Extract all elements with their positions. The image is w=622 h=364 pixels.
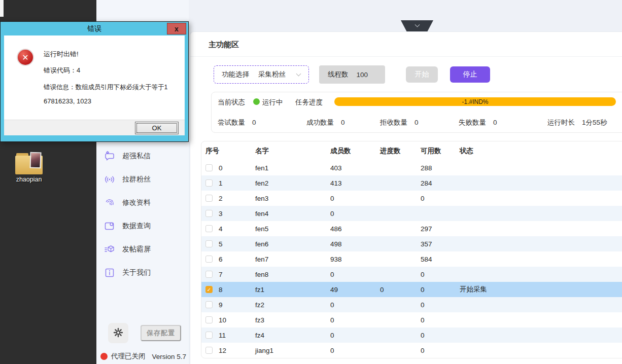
cell-available: 288	[421, 164, 460, 172]
row-checkbox[interactable]	[205, 240, 213, 247]
cell-members: 413	[330, 179, 380, 187]
sidebar-item-0[interactable]: 超强私信	[96, 144, 189, 168]
column-header-3: 进度数	[380, 147, 421, 156]
stat-1: 成功数量0	[306, 118, 345, 127]
photo-thumbnail	[29, 152, 41, 169]
cell-name: jiang1	[255, 347, 330, 354]
cell-members: 0	[330, 271, 380, 278]
chevron-down-icon	[414, 22, 420, 27]
row-checkbox[interactable]	[205, 271, 213, 278]
table-row[interactable]: 9fz200	[201, 297, 622, 312]
cell-members: 0	[330, 347, 380, 354]
row-checkbox[interactable]	[205, 301, 213, 308]
sidebar-item-2[interactable]: 修改资料	[96, 191, 189, 214]
controls-row: 功能选择 采集粉丝 线程数 100 开始 停止	[190, 65, 622, 86]
row-checkbox[interactable]	[205, 210, 213, 217]
cell-index: 0	[219, 164, 255, 172]
row-checkbox[interactable]	[205, 316, 213, 323]
cell-members: 403	[330, 164, 380, 172]
dialog-body: ✕ 运行时出错! 错误代码：4 错误信息：数组成员引用下标必须大于等于1 678…	[4, 35, 185, 120]
start-button[interactable]: 开始	[406, 66, 438, 83]
row-checkbox[interactable]	[205, 332, 213, 339]
table-row[interactable]: 2fen300	[201, 191, 622, 206]
chat-star-icon	[104, 151, 115, 162]
sidebar-item-label: 数据查询	[122, 222, 151, 231]
dialog-footer: OK	[4, 120, 185, 135]
table-row[interactable]: 4fen5486297	[201, 221, 622, 236]
cell-name: fen4	[255, 210, 330, 217]
dialog-title: 错误	[87, 24, 101, 33]
row-checkbox[interactable]: ✓	[205, 286, 213, 293]
sidebar-item-1[interactable]: 拉群粉丝	[96, 168, 189, 191]
cell-members: 0	[330, 195, 380, 202]
table-row[interactable]: 0fen1403288	[201, 160, 622, 175]
table-row[interactable]: 11fz400	[201, 327, 622, 343]
table-body: 0fen14032881fen24132842fen3003fen404fen5…	[201, 160, 622, 358]
stat-4: 运行时长1分55秒	[547, 118, 607, 127]
cell-members: 486	[330, 225, 380, 233]
row-checkbox[interactable]	[205, 256, 213, 263]
cell-index: 9	[219, 301, 255, 309]
row-checkbox[interactable]	[205, 347, 213, 354]
main-area: 主功能区 功能选择 采集粉丝 线程数 100 开始 停止 当前状态 运行中 任务…	[189, 0, 622, 364]
function-select-value: 采集粉丝	[258, 70, 286, 79]
progress-text: -1.#IND%	[462, 98, 488, 105]
cell-progress: 0	[380, 286, 421, 294]
cell-members: 0	[330, 210, 380, 217]
table-row[interactable]: ✓8fz14900开始采集	[201, 282, 622, 297]
settings-gear-button[interactable]	[108, 323, 128, 343]
progress-bar: -1.#IND%	[334, 97, 616, 106]
stat-2: 拒收数量0	[380, 118, 419, 127]
cell-available: 357	[421, 240, 460, 248]
cell-index: 3	[219, 210, 255, 217]
photo-folder[interactable]: zhaopian	[8, 152, 50, 183]
stat-0: 尝试数量0	[218, 118, 256, 127]
cell-name: fz3	[255, 316, 330, 324]
cell-members: 938	[330, 256, 380, 263]
cell-index: 7	[219, 271, 255, 278]
row-checkbox[interactable]	[205, 195, 213, 202]
cell-name: fen7	[255, 256, 330, 263]
table-row[interactable]: 7fen800	[201, 267, 622, 282]
table-row[interactable]: 6fen7938584	[201, 251, 622, 267]
proxy-status-label: 代理已关闭	[111, 352, 146, 361]
table-row[interactable]: 1fen2413284	[201, 175, 622, 191]
thread-count-field[interactable]: 线程数 100	[319, 65, 385, 84]
proxy-status-dot	[100, 353, 108, 360]
function-select-label: 功能选择	[222, 70, 249, 79]
ok-button[interactable]: OK	[135, 122, 179, 134]
row-checkbox[interactable]	[205, 225, 213, 232]
stop-button[interactable]: 停止	[450, 66, 490, 83]
function-select[interactable]: 功能选择 采集粉丝	[214, 65, 309, 84]
table-row[interactable]: 12jiang100	[201, 343, 622, 358]
cell-available: 584	[421, 256, 460, 263]
save-config-button[interactable]: 保存配置	[141, 325, 181, 341]
table-row[interactable]: 3fen40	[201, 206, 622, 221]
cell-name: fz1	[255, 286, 330, 294]
cell-name: fen6	[255, 240, 330, 248]
folder-label: zhaopian	[8, 176, 50, 183]
cell-index: 12	[219, 347, 255, 354]
sidebar-item-4[interactable]: 发帖霸屏	[96, 238, 189, 261]
row-checkbox[interactable]	[205, 179, 213, 187]
dialog-titlebar: 错误 x	[4, 22, 185, 35]
sidebar-menu: 超强私信拉群粉丝修改资料数据查询发帖霸屏关于我们	[96, 144, 189, 284]
close-button[interactable]: x	[167, 23, 186, 34]
fingerprint-icon	[104, 197, 115, 208]
cell-name: fen8	[255, 271, 330, 278]
row-checkbox[interactable]	[205, 164, 213, 171]
thread-count-label: 线程数	[328, 70, 349, 79]
cell-members: 498	[330, 240, 380, 248]
table-row[interactable]: 5fen6498357	[201, 236, 622, 251]
divider	[190, 56, 622, 57]
current-status-value: 运行中	[262, 98, 283, 107]
sidebar-item-5[interactable]: 关于我们	[96, 261, 189, 284]
sidebar-item-3[interactable]: 数据查询	[96, 214, 189, 238]
chevron-down-icon	[296, 71, 301, 77]
thread-count-value: 100	[357, 71, 368, 79]
table-row[interactable]: 10fz300	[201, 312, 622, 327]
cell-members: 49	[330, 286, 380, 294]
page-title: 主功能区	[209, 40, 239, 50]
error-line-3: 错误信息：数组成员引用下标必须大于等于1	[44, 83, 167, 92]
cell-members: 0	[330, 332, 380, 339]
